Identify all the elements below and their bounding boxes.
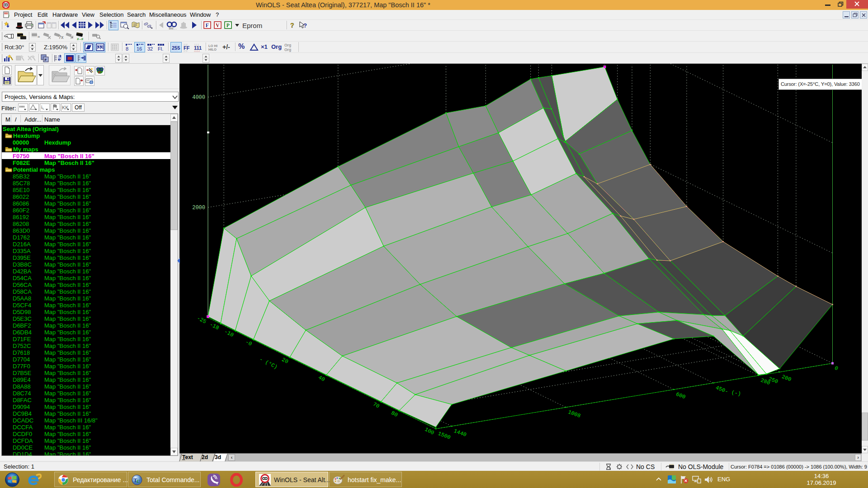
svg-text:F: F: [45, 58, 47, 62]
svg-text:16: 16: [137, 46, 142, 52]
svg-text:444: 444: [194, 49, 200, 52]
svg-text:Fl.: Fl.: [158, 46, 163, 52]
svg-text:FF: FF: [184, 49, 188, 52]
svg-text:C: C: [137, 479, 140, 484]
svg-text:HILO: HILO: [208, 47, 217, 52]
svg-text:2000: 2000: [192, 205, 205, 211]
svg-text:P: P: [98, 70, 101, 75]
svg-text:?x: ?x: [58, 35, 64, 40]
svg-text:Org: Org: [284, 43, 291, 47]
svg-text:8: 8: [126, 46, 128, 52]
svg-text:4000: 4000: [192, 94, 205, 101]
svg-text:P: P: [226, 22, 230, 28]
svg-text:i⌞: i⌞: [41, 105, 44, 110]
svg-text:F: F: [206, 22, 209, 28]
svg-text:#-#: #-#: [77, 37, 84, 41]
svg-text:255: 255: [172, 49, 178, 52]
svg-text:V: V: [216, 22, 220, 28]
svg-text:?: ?: [303, 22, 307, 29]
svg-text:32: 32: [147, 46, 153, 52]
svg-text:Org: Org: [284, 47, 291, 52]
svg-text:?: ?: [290, 22, 294, 29]
svg-text:=: =: [38, 35, 40, 39]
svg-text:IOI..: IOI..: [169, 27, 177, 30]
svg-text:IOI: IOI: [5, 12, 8, 14]
